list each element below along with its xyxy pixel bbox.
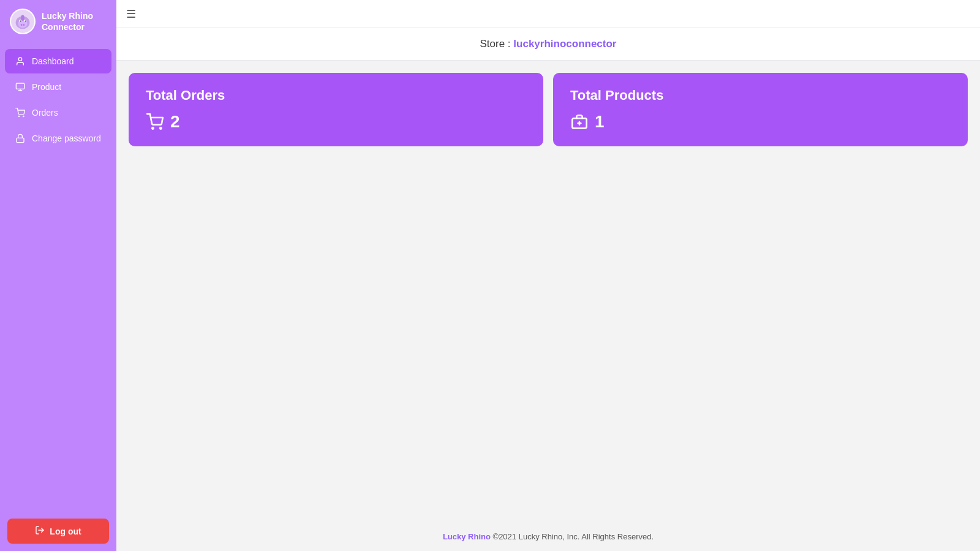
logo-avatar bbox=[10, 9, 36, 34]
user-icon bbox=[15, 56, 26, 67]
svg-point-19 bbox=[160, 127, 161, 129]
sidebar-item-product-label: Product bbox=[32, 82, 61, 92]
total-orders-value: 2 bbox=[146, 112, 526, 132]
store-name: luckyrhinoconnector bbox=[513, 38, 616, 50]
footer-link[interactable]: Lucky Rhino bbox=[443, 532, 491, 541]
total-products-value: 1 bbox=[570, 112, 951, 132]
svg-point-8 bbox=[21, 24, 23, 26]
svg-rect-11 bbox=[16, 83, 24, 89]
total-orders-card: Total Orders 2 bbox=[129, 73, 543, 146]
svg-point-18 bbox=[152, 127, 153, 129]
svg-point-10 bbox=[18, 58, 21, 61]
svg-point-14 bbox=[18, 116, 19, 116]
lock-icon bbox=[15, 133, 26, 144]
svg-point-5 bbox=[20, 21, 21, 22]
store-header: Store : luckyrhinoconnector bbox=[116, 28, 980, 61]
logout-icon bbox=[35, 525, 45, 537]
cart-icon bbox=[146, 113, 164, 131]
sidebar-logout: Log out bbox=[0, 511, 116, 551]
sidebar-item-orders[interactable]: Orders bbox=[5, 100, 111, 125]
sidebar-item-change-password[interactable]: Change password bbox=[5, 126, 111, 151]
sidebar-nav: Dashboard Product Orders bbox=[0, 43, 116, 511]
sidebar-item-dashboard-label: Dashboard bbox=[32, 56, 74, 66]
svg-point-9 bbox=[23, 24, 24, 26]
sidebar-item-change-password-label: Change password bbox=[32, 133, 101, 143]
total-products-card: Total Products 1 bbox=[553, 73, 968, 146]
footer: Lucky Rhino ©2021 Lucky Rhino, Inc. All … bbox=[116, 522, 980, 551]
content-area: Total Orders 2 Total Products bbox=[116, 61, 980, 522]
total-orders-number: 2 bbox=[170, 112, 180, 132]
logo-text: Lucky Rhino Connector bbox=[42, 10, 93, 32]
sidebar-item-dashboard[interactable]: Dashboard bbox=[5, 49, 111, 73]
sidebar-item-product[interactable]: Product bbox=[5, 75, 111, 99]
svg-point-15 bbox=[23, 116, 24, 116]
svg-point-7 bbox=[21, 15, 24, 21]
store-label: Store : bbox=[480, 38, 511, 50]
product-icon bbox=[15, 81, 26, 92]
sidebar-item-orders-label: Orders bbox=[32, 108, 58, 118]
topbar: ☰ bbox=[116, 0, 980, 28]
orders-icon bbox=[15, 107, 26, 118]
menu-icon[interactable]: ☰ bbox=[126, 7, 136, 21]
total-products-title: Total Products bbox=[570, 88, 951, 103]
total-products-number: 1 bbox=[595, 112, 605, 132]
logout-button[interactable]: Log out bbox=[7, 519, 109, 544]
footer-text: ©2021 Lucky Rhino, Inc. All Rights Reser… bbox=[493, 532, 654, 541]
cards-row: Total Orders 2 Total Products bbox=[129, 73, 968, 146]
main-content: ☰ Store : luckyrhinoconnector Total Orde… bbox=[116, 0, 980, 551]
logout-label: Log out bbox=[50, 527, 81, 536]
total-orders-title: Total Orders bbox=[146, 88, 526, 103]
sidebar-logo: Lucky Rhino Connector bbox=[0, 0, 116, 43]
store-icon bbox=[570, 113, 589, 131]
svg-point-6 bbox=[24, 21, 26, 22]
svg-rect-16 bbox=[17, 138, 24, 142]
sidebar: Lucky Rhino Connector Dashboard bbox=[0, 0, 116, 551]
